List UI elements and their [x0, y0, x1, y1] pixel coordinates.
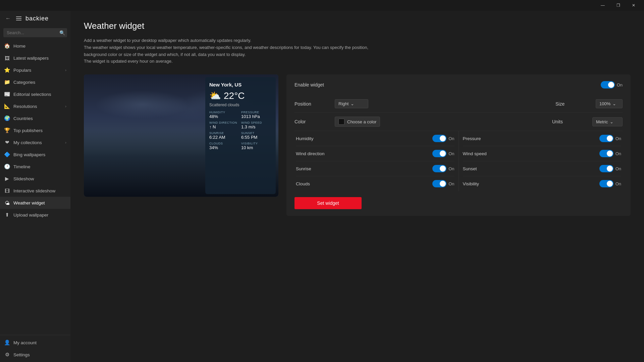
sidebar-item-upload-wallpaper[interactable]: ⬆ Upload wallpaper: [0, 209, 70, 221]
color-picker-button[interactable]: Choose a color: [335, 117, 380, 127]
slideshow-icon: ▶: [4, 176, 10, 182]
restore-button[interactable]: ❐: [610, 0, 626, 11]
visibility-toggle[interactable]: [599, 180, 613, 187]
position-label: Position: [294, 101, 335, 107]
toggles-left-col: Humidity On Wind direction On: [294, 131, 456, 191]
enable-widget-label: Enable widget: [294, 82, 324, 87]
toggles-right-col: Pressure On Wind speed On: [462, 131, 623, 191]
app-name-label: backiee: [25, 15, 49, 22]
sidebar-item-countries[interactable]: 🌍 Countries: [0, 112, 70, 124]
sidebar-item-weather-widget[interactable]: 🌤 Weather widget: [0, 197, 70, 209]
sidebar-item-slideshow[interactable]: ▶ Slideshow: [0, 173, 70, 185]
bing-icon: 🔷: [4, 152, 10, 158]
sunset-toggle[interactable]: [599, 165, 613, 172]
settings-panel: Enable widget On Position Right ⌄ Size: [286, 74, 631, 216]
units-dropdown[interactable]: Metric ⌄: [592, 117, 623, 126]
pressure-setting: Pressure On: [463, 131, 622, 146]
sidebar-item-label: Countries: [13, 116, 33, 121]
sidebar-item-categories[interactable]: 📁 Categories: [0, 76, 70, 88]
visibility-setting: Visibility On: [463, 176, 622, 191]
sidebar-item-label: Populars: [13, 68, 31, 73]
units-label: Units: [552, 119, 592, 124]
sidebar-item-settings[interactable]: ⚙ Settings: [0, 349, 70, 361]
sidebar-item-label: Bing wallpapers: [13, 152, 45, 157]
set-widget-button[interactable]: Set widget: [294, 197, 362, 209]
weather-description: Scattered clouds: [209, 103, 272, 107]
close-button[interactable]: ✕: [626, 0, 641, 11]
sunrise-toggle[interactable]: [432, 165, 446, 172]
sidebar-item-bing-wallpapers[interactable]: 🔷 Bing wallpapers: [0, 148, 70, 161]
chevron-down-icon: ⌄: [351, 101, 354, 106]
clouds-toggle[interactable]: [432, 180, 446, 187]
upload-icon: ⬆: [4, 212, 10, 218]
sidebar-item-latest-wallpapers[interactable]: 🖼 Latest wallpapers: [0, 52, 70, 64]
weather-temperature: 22°C: [224, 90, 245, 101]
timeline-icon: 🕐: [4, 164, 10, 170]
sidebar-item-label: Top publishers: [13, 128, 43, 133]
size-value: 100%: [599, 101, 610, 106]
size-dropdown[interactable]: 100% ⌄: [596, 99, 623, 108]
sidebar-item-top-publishers[interactable]: 🏆 Top publishers: [0, 124, 70, 136]
resolutions-icon: 📐: [4, 103, 10, 109]
sidebar-item-interactive-slideshow[interactable]: 🎞 Interactive slideshow: [0, 185, 70, 197]
wind-speed-toggle[interactable]: [599, 150, 613, 157]
weather-card: New York, US ⛅ 22°C Scattered clouds HUM…: [205, 77, 276, 194]
sidebar-item-label: Editorial selections: [13, 92, 51, 97]
populars-icon: ⭐: [4, 67, 10, 73]
sidebar-item-label: Categories: [13, 80, 35, 85]
sunset-toggle-container: On: [599, 165, 621, 172]
humidity-toggle-container: On: [432, 135, 454, 142]
sidebar-item-label: My account: [13, 340, 37, 345]
visibility-toggle-state: On: [615, 181, 621, 186]
sidebar-item-editorial-selections[interactable]: 📰 Editorial selections: [0, 88, 70, 100]
countries-icon: 🌍: [4, 115, 10, 121]
app-logo: backiee: [15, 15, 49, 22]
size-label: Size: [555, 101, 596, 107]
enable-widget-toggle[interactable]: [601, 81, 615, 88]
sidebar-footer: 👤 My account ⚙ Settings: [0, 335, 70, 362]
minimize-button[interactable]: —: [595, 0, 610, 11]
interactive-slideshow-icon: 🎞: [4, 188, 10, 194]
humidity-setting-label: Humidity: [296, 136, 314, 141]
sidebar-item-resolutions[interactable]: 📐 Resolutions ›: [0, 100, 70, 112]
enable-widget-toggle-container: On: [601, 81, 623, 88]
sunset-setting-label: Sunset: [463, 166, 477, 171]
weather-city: New York, US: [209, 82, 272, 87]
sunrise-toggle-container: On: [432, 165, 454, 172]
visibility-toggle-container: On: [599, 180, 621, 187]
wind-speed-setting: Wind speed On: [463, 146, 622, 161]
clouds-cell: CLOUDS 34%: [209, 142, 240, 150]
hamburger-menu[interactable]: [15, 15, 23, 22]
sidebar: ← backiee 🔍 🏠 Home 🖼 Latest wallpapers: [0, 11, 70, 362]
humidity-cell: HUMIDITY 48%: [209, 111, 240, 119]
sidebar-item-label: Upload wallpaper: [13, 213, 48, 218]
sidebar-item-my-account[interactable]: 👤 My account: [0, 337, 70, 349]
top-publishers-icon: 🏆: [4, 127, 10, 133]
humidity-toggle[interactable]: [432, 135, 446, 142]
search-icon[interactable]: 🔍: [59, 30, 65, 36]
wind-direction-toggle[interactable]: [432, 150, 446, 157]
back-button[interactable]: ←: [4, 14, 12, 23]
settings-icon: ⚙: [4, 352, 10, 358]
sidebar-item-home[interactable]: 🏠 Home: [0, 40, 70, 52]
sidebar-item-label: Resolutions: [13, 104, 37, 109]
my-collections-icon: ❤: [4, 139, 10, 145]
pressure-toggle[interactable]: [599, 135, 613, 142]
clouds-setting: Clouds On: [296, 176, 454, 191]
sidebar-item-timeline[interactable]: 🕐 Timeline: [0, 161, 70, 173]
pressure-toggle-state: On: [615, 136, 621, 141]
search-container: 🔍: [0, 26, 70, 39]
wind-speed-cell: WIND SPEED 1.3 m/s: [241, 121, 272, 129]
sunset-cell: SUNSET 6:55 PM: [241, 131, 272, 140]
humidity-toggle-state: On: [448, 136, 454, 141]
sunrise-setting-label: Sunrise: [296, 166, 311, 171]
pressure-setting-label: Pressure: [463, 136, 481, 141]
nav-section: 🏠 Home 🖼 Latest wallpapers ⭐ Populars › …: [0, 40, 70, 221]
home-icon: 🏠: [4, 43, 10, 49]
sidebar-item-populars[interactable]: ⭐ Populars ›: [0, 64, 70, 76]
account-icon: 👤: [4, 340, 10, 346]
sidebar-item-my-collections[interactable]: ❤ My collections ›: [0, 136, 70, 148]
search-input[interactable]: [3, 28, 67, 37]
sidebar-header: ← backiee: [0, 11, 70, 26]
position-dropdown[interactable]: Right ⌄: [335, 99, 368, 108]
